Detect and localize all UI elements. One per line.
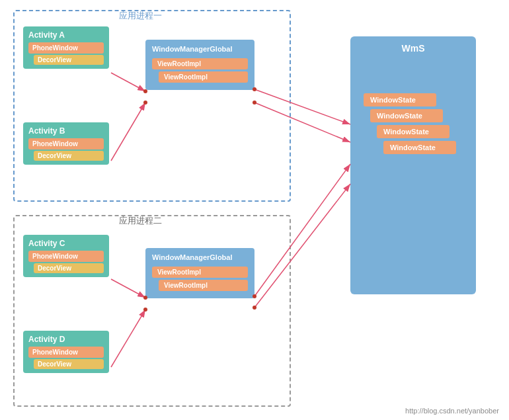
activity-d-decorview: DecorView [34, 359, 104, 369]
activity-a-phonewindow: PhoneWindow [28, 42, 104, 54]
footer-text: http://blog.csdn.net/yanbober [405, 407, 499, 415]
activity-d-title: Activity D [28, 335, 104, 344]
activity-c-decorview: DecorView [34, 263, 104, 273]
window-state-2: WindowState [370, 109, 443, 122]
wmg2-title: WindowManagerGlobal [152, 253, 248, 261]
activity-b-title: Activity B [28, 126, 104, 136]
activity-c: Activity C PhoneWindow DecorView [23, 235, 109, 277]
activity-d: Activity D PhoneWindow DecorView [23, 331, 109, 373]
activity-a: Activity A PhoneWindow DecorView [23, 26, 109, 69]
wmg2-viewrootimpl2: ViewRootImpl [159, 280, 248, 291]
activity-a-title: Activity A [28, 30, 104, 40]
wmg1-viewrootimpl1: ViewRootImpl [152, 58, 248, 69]
wmg1-title: WindowManagerGlobal [152, 45, 248, 53]
wms-title: WmS [357, 43, 469, 54]
diagram: 应用进程一 应用进程二 Activity A PhoneWindow Decor… [0, 0, 509, 420]
process1-label: 应用进程一 [119, 10, 162, 22]
activity-b: Activity B PhoneWindow DecorView [23, 122, 109, 165]
activity-b-decorview: DecorView [34, 151, 104, 161]
window-state-3: WindowState [377, 125, 450, 138]
wmg2: WindowManagerGlobal ViewRootImpl ViewRoo… [145, 248, 255, 298]
activity-c-title: Activity C [28, 239, 104, 248]
wmg1-viewrootimpl2: ViewRootImpl [159, 71, 248, 83]
activity-c-phonewindow: PhoneWindow [28, 251, 104, 262]
window-state-1: WindowState [364, 93, 436, 106]
window-state-4: WindowState [383, 141, 456, 154]
activity-a-decorview: DecorView [34, 55, 104, 65]
activity-d-phonewindow: PhoneWindow [28, 347, 104, 358]
process2-label: 应用进程二 [119, 215, 162, 227]
wms-box: WmS WindowState WindowState WindowState … [350, 36, 476, 294]
wmg2-viewrootimpl1: ViewRootImpl [152, 267, 248, 278]
wmg1: WindowManagerGlobal ViewRootImpl ViewRoo… [145, 40, 255, 90]
activity-b-phonewindow: PhoneWindow [28, 138, 104, 149]
